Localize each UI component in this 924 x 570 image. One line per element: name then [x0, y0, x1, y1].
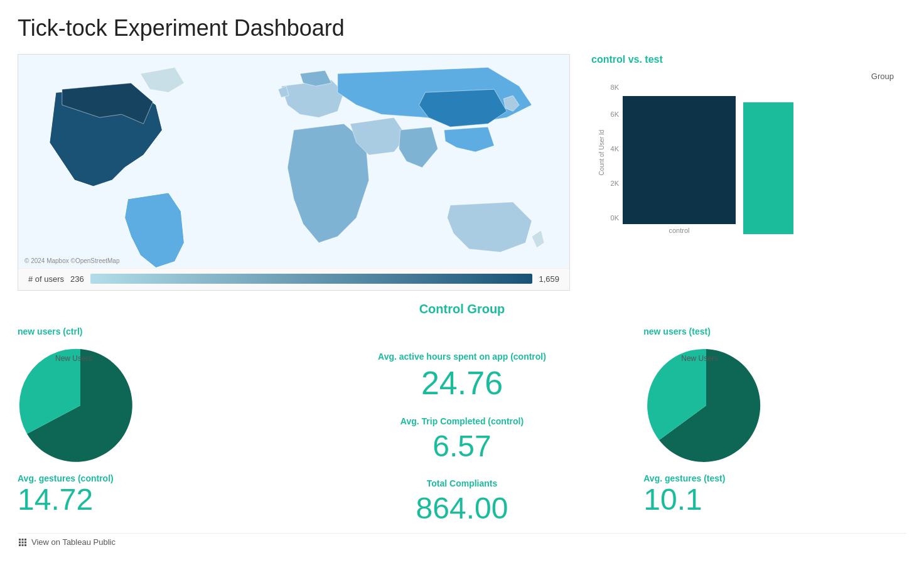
svg-rect-7: [19, 544, 21, 546]
y-label-0k: 0K: [611, 214, 619, 222]
avg-gestures-ctrl-label: Avg. gestures (control): [18, 473, 114, 483]
map-panel: © 2024 Mapbox ©OpenStreetMap # of users …: [18, 54, 570, 291]
top-section: © 2024 Mapbox ©OpenStreetMap # of users …: [18, 54, 906, 291]
avg-trip-value: 6.57: [432, 430, 491, 463]
svg-rect-4: [19, 541, 21, 543]
y-label-6k: 6K: [611, 110, 619, 118]
new-users-test-label: new users (test): [643, 326, 711, 336]
pie-ctrl-wrapper: New Users: [18, 343, 143, 468]
avg-gestures-test-label: Avg. gestures (test): [643, 473, 725, 483]
svg-rect-9: [24, 544, 26, 546]
map-legend: # of users 236 1,659: [18, 268, 569, 290]
new-users-ctrl-label: new users (ctrl): [18, 326, 82, 336]
svg-rect-8: [22, 544, 24, 546]
legend-label: # of users: [28, 274, 64, 284]
pie-ctrl-legend: New Users: [55, 354, 92, 363]
avg-gestures-ctrl-value: 14.72: [18, 483, 93, 517]
control-group-header: Control Group: [18, 302, 906, 316]
world-map-svg: [18, 55, 569, 268]
bar-chart-area: Group 0K 2K 4K 6K 8K Count of User Id: [591, 72, 900, 247]
gradient-bar: [90, 274, 533, 284]
total-compliants-value: 864.00: [416, 492, 508, 525]
new-users-test-col: new users (test) New Users Avg. gestures…: [638, 326, 906, 525]
bar-chart-legend: Group: [591, 72, 900, 81]
tableau-link-label: View on Tableau Public: [31, 537, 115, 547]
bar-chart-content: 0K 2K 4K 6K 8K Count of User Id control: [591, 83, 900, 234]
bar-control: control: [623, 96, 736, 234]
y-label-8k: 8K: [611, 83, 619, 91]
bar-test: [743, 96, 793, 234]
svg-rect-2: [22, 539, 24, 540]
page-title: Tick-tock Experiment Dashboard: [18, 15, 906, 41]
bar-control-rect: [623, 96, 736, 224]
pie-test-wrapper: New Users: [643, 343, 769, 468]
map-visual: © 2024 Mapbox ©OpenStreetMap: [18, 55, 569, 268]
y-label-2k: 2K: [611, 180, 619, 187]
avg-trip-label: Avg. Trip Completed (control): [400, 416, 524, 426]
avg-gestures-test-value: 10.1: [643, 483, 702, 517]
pie-test-legend: New Users: [681, 354, 718, 363]
svg-rect-1: [19, 539, 21, 540]
avg-active-hours-value: 24.76: [421, 365, 503, 401]
center-metrics-col: Avg. active hours spent on app (control)…: [286, 326, 639, 525]
map-credit: © 2024 Mapbox ©OpenStreetMap: [24, 257, 120, 264]
legend-min: 236: [70, 274, 84, 284]
y-axis: 0K 2K 4K 6K 8K Count of User Id: [591, 83, 621, 222]
bar-test-rect: [743, 102, 793, 234]
bar-chart-panel: control vs. test Group 0K 2K 4K 6K 8K Co…: [585, 54, 906, 291]
y-axis-title: Count of User Id: [598, 130, 605, 176]
svg-rect-5: [22, 541, 24, 543]
avg-active-hours-label: Avg. active hours spent on app (control): [378, 352, 546, 362]
bar-chart-title: control vs. test: [591, 54, 900, 65]
dashboard-page: Tick-tock Experiment Dashboard: [0, 0, 924, 560]
tableau-link[interactable]: View on Tableau Public: [18, 537, 115, 547]
new-users-ctrl-col: new users (ctrl) New Users Avg. gestures…: [18, 326, 286, 525]
footer-bar: View on Tableau Public: [18, 533, 906, 547]
y-label-4k: 4K: [611, 145, 619, 153]
legend-max: 1,659: [539, 274, 559, 284]
tableau-icon: [18, 537, 28, 547]
control-group-section: Control Group new users (ctrl) New Users…: [18, 302, 906, 525]
total-compliants-label: Total Compliants: [427, 478, 498, 488]
svg-rect-3: [24, 539, 26, 540]
metrics-row: new users (ctrl) New Users Avg. gestures…: [18, 326, 906, 525]
bars-wrapper: control: [623, 96, 900, 234]
svg-rect-6: [24, 541, 26, 543]
bar-control-label: control: [669, 227, 689, 234]
